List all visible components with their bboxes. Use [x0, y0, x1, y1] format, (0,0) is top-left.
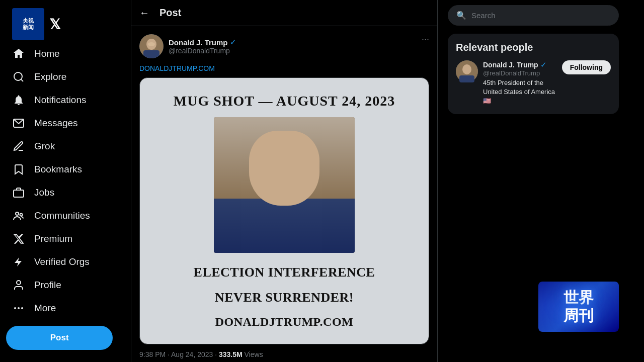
svg-rect-16: [459, 75, 474, 82]
mug-shot-image: [214, 117, 355, 253]
tweet-author-row: Donald J. Trump ✓ @realDonaldTrump ···: [139, 34, 429, 58]
home-icon: [12, 47, 25, 60]
communities-icon: [12, 209, 25, 222]
tweet-timestamp: 9:38 PM · Aug 24, 2023: [139, 350, 213, 358]
jobs-icon: [12, 186, 25, 199]
main-content: ← Post Donald J. Trump ✓: [131, 0, 438, 362]
tweet-link[interactable]: DONALDJTRUMP.COM: [139, 64, 429, 72]
sidebar-item-label-bookmarks: Bookmarks: [34, 164, 82, 175]
messages-icon: [12, 117, 25, 130]
sidebar-item-premium[interactable]: Premium: [6, 227, 125, 250]
sidebar-item-label-profile: Profile: [34, 280, 61, 291]
mug-text-website: DONALDJTRUMP.COM: [215, 315, 353, 329]
face-silhouette: [214, 117, 355, 253]
following-button[interactable]: Following: [562, 60, 611, 74]
cctv-watermark-text: 世界 周刊: [564, 289, 594, 325]
relevant-people-title: Relevant people: [456, 42, 611, 53]
person-avatar[interactable]: [456, 60, 478, 82]
author-details: Donald J. Trump ✓ @realDonaldTrump: [169, 38, 236, 55]
post-header: ← Post: [131, 0, 437, 26]
person-row: Donald J. Trump ✓ @realDonaldTrump 45th …: [456, 60, 611, 106]
more-icon: [12, 302, 25, 315]
cctv-line2: 新闻: [23, 24, 34, 31]
sidebar-nav: Home Explore Notifications Messages Grok…: [6, 42, 125, 320]
more-options-button[interactable]: ···: [422, 34, 429, 45]
svg-point-6: [17, 281, 21, 285]
logo-area: 央视 新闻 𝕏: [6, 4, 125, 42]
search-icon: 🔍: [456, 11, 466, 20]
sidebar-item-explore[interactable]: Explore: [6, 65, 125, 88]
sidebar-item-label-communities: Communities: [34, 210, 90, 221]
person-info: Donald J. Trump ✓ @realDonaldTrump 45th …: [483, 60, 557, 106]
svg-point-15: [462, 64, 471, 74]
mug-text-election: ELECTION INTERFERENCE: [194, 265, 375, 280]
cctv-logo: 央视 新闻: [12, 8, 44, 40]
person-verified-badge: ✓: [540, 60, 547, 69]
sidebar-item-notifications[interactable]: Notifications: [6, 88, 125, 112]
svg-rect-13: [143, 50, 159, 58]
premium-icon: [12, 232, 25, 245]
sidebar-item-label-grok: Grok: [34, 141, 55, 152]
sidebar-item-label-notifications: Notifications: [34, 95, 87, 106]
svg-point-9: [21, 307, 23, 309]
sidebar-item-verified-orgs[interactable]: Verified Orgs: [6, 250, 125, 274]
post-page-title: Post: [159, 7, 181, 19]
sidebar-item-more[interactable]: More: [6, 297, 125, 320]
sidebar-item-label-more: More: [34, 303, 56, 314]
svg-point-5: [20, 214, 23, 216]
sidebar-item-bookmarks[interactable]: Bookmarks: [6, 158, 125, 181]
svg-point-12: [148, 42, 155, 46]
cctv-program-watermark: 世界 周刊: [538, 282, 619, 332]
explore-icon: [12, 70, 25, 83]
mug-text-surrender: NEVER SURRENDER!: [215, 290, 354, 305]
sidebar-item-jobs[interactable]: Jobs: [6, 181, 125, 204]
profile-icon: [12, 279, 25, 292]
back-button[interactable]: ←: [139, 7, 149, 19]
tweet-container: Donald J. Trump ✓ @realDonaldTrump ··· D…: [131, 26, 437, 362]
sidebar-item-home[interactable]: Home: [6, 42, 125, 65]
mug-shot-card: MUG SHOT — AUGUST 24, 2023 ELECTION INTE…: [139, 77, 429, 344]
bookmarks-icon: [12, 163, 25, 176]
author-name-row: Donald J. Trump ✓: [169, 38, 236, 47]
sidebar-item-label-verified-orgs: Verified Orgs: [34, 256, 90, 267]
views-label: Views: [245, 350, 263, 358]
person-name[interactable]: Donald J. Trump: [483, 61, 538, 69]
search-bar[interactable]: 🔍: [448, 5, 619, 26]
left-sidebar: 央视 新闻 𝕏 Home Explore Notifications Messa…: [0, 0, 131, 362]
tweet-author-info: Donald J. Trump ✓ @realDonaldTrump: [139, 34, 236, 58]
cctv-line1: 央视: [23, 18, 34, 24]
sidebar-item-profile[interactable]: Profile: [6, 274, 125, 297]
notifications-icon: [12, 94, 25, 107]
tweet-views: 333.5M: [219, 350, 243, 358]
sidebar-item-messages[interactable]: Messages: [6, 112, 125, 135]
sidebar-item-label-home: Home: [34, 48, 60, 59]
tweet-meta: 9:38 PM · Aug 24, 2023 · 333.5M Views: [139, 350, 429, 358]
author-name[interactable]: Donald J. Trump: [169, 38, 228, 47]
author-handle[interactable]: @realDonaldTrump: [169, 47, 236, 55]
post-button[interactable]: Post: [6, 326, 113, 350]
right-sidebar: 🔍 Relevant people Donald J. Trump ✓ @rea…: [438, 0, 629, 362]
svg-point-8: [18, 307, 20, 309]
verified-orgs-icon: [12, 255, 25, 268]
svg-point-0: [14, 72, 22, 80]
grok-icon: [12, 140, 25, 153]
sidebar-item-label-explore: Explore: [34, 71, 66, 82]
search-input[interactable]: [471, 11, 610, 20]
mug-shot-title: MUG SHOT — AUGUST 24, 2023: [174, 93, 395, 109]
relevant-people-card: Relevant people Donald J. Trump ✓ @realD…: [448, 34, 619, 114]
author-avatar[interactable]: [139, 34, 164, 58]
sidebar-item-label-messages: Messages: [34, 118, 78, 129]
person-handle[interactable]: @realDonaldTrump: [483, 69, 557, 77]
person-name-row: Donald J. Trump ✓: [483, 60, 557, 69]
sidebar-item-communities[interactable]: Communities: [6, 204, 125, 227]
sidebar-item-grok[interactable]: Grok: [6, 135, 125, 158]
person-bio: 45th President of the United States of A…: [483, 78, 557, 106]
verified-badge: ✓: [230, 38, 236, 47]
svg-line-1: [21, 79, 23, 81]
svg-point-7: [14, 307, 16, 309]
svg-rect-3: [14, 190, 24, 197]
sidebar-item-label-premium: Premium: [34, 233, 72, 244]
svg-point-4: [16, 212, 19, 215]
x-logo[interactable]: 𝕏: [49, 16, 61, 33]
sidebar-item-label-jobs: Jobs: [34, 187, 54, 198]
